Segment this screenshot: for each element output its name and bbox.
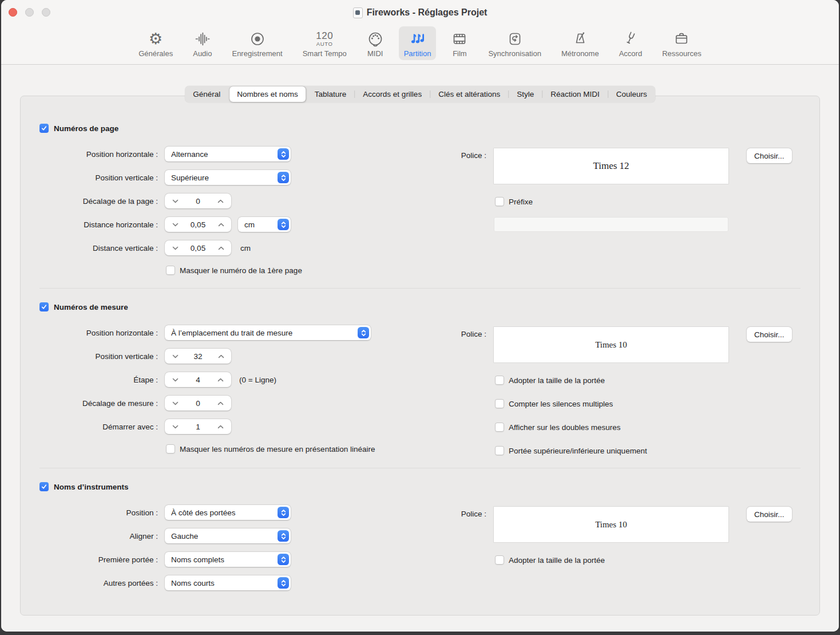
vertical-position-select[interactable]: Supérieure [165, 170, 291, 185]
briefcase-icon [673, 29, 690, 49]
toolbar-item-label: Smart Tempo [303, 50, 347, 58]
field-label: Position verticale : [39, 173, 165, 182]
decrement-chevron-icon[interactable] [171, 351, 179, 361]
project-settings-window: Fireworks - Réglages Projet ⚙GénéralesAu… [1, 0, 839, 632]
decrement-chevron-icon[interactable] [171, 243, 179, 253]
adopt-staff-size-checkbox[interactable] [495, 555, 504, 565]
decrement-chevron-icon[interactable] [171, 219, 179, 230]
horizontal-distance-stepper[interactable]: 0,05 [165, 217, 231, 232]
toolbar-item-accord[interactable]: Accord [614, 26, 647, 60]
field-label: Position verticale : [39, 352, 165, 361]
increment-chevron-icon[interactable] [217, 219, 225, 230]
start-with-stepper[interactable]: 1 [165, 419, 231, 434]
popup-chevrons-icon [278, 172, 289, 183]
tab-cles-et-alterations[interactable]: Clés et altérations [430, 86, 508, 102]
gear-icon: ⚙ [149, 29, 163, 49]
field-label: Position horizontale : [39, 150, 165, 159]
prefix-input[interactable] [494, 217, 728, 232]
popup-chevrons-icon [278, 507, 289, 518]
step-stepper[interactable]: 4 [165, 372, 231, 387]
field-label: Position horizontale : [39, 329, 165, 337]
adopt-staff-size-checkbox[interactable] [495, 376, 504, 385]
toolbar-item-partition[interactable]: Partition [399, 26, 437, 60]
toolbar-item-generales[interactable]: ⚙Générales [133, 26, 178, 60]
page-offset-stepper[interactable]: 0 [165, 194, 231, 208]
toolbar-item-synchronisation[interactable]: Synchronisation [483, 26, 546, 60]
hide-linear-checkbox[interactable] [166, 444, 175, 453]
toolbar-item-smart-tempo[interactable]: 120AUTOSmart Tempo [298, 26, 352, 60]
toolbar-item-label: MIDI [367, 50, 383, 58]
prefix-checkbox[interactable] [495, 197, 504, 206]
font-well: Times 10 [494, 327, 728, 362]
main-area: GénéralNombres et nomsTablatureAccords e… [1, 65, 839, 632]
font-label: Police : [451, 327, 494, 338]
toolbar-item-label: Métronome [561, 50, 599, 58]
hide-first-page-checkbox[interactable] [166, 266, 175, 275]
distance-unit-select[interactable]: cm [238, 217, 291, 232]
toolbar-item-label: Ressources [662, 50, 702, 58]
music-notes-icon [409, 29, 426, 49]
tab-general[interactable]: Général [185, 86, 228, 102]
section-page-numbers: Numéros de page Position horizontale : A… [21, 96, 819, 288]
tab-reaction-midi[interactable]: Réaction MIDI [542, 86, 608, 102]
section-title: Numéros de mesure [54, 303, 128, 311]
step-hint: (0 = Ligne) [239, 376, 276, 384]
section-instrument-names: Noms d’instruments Position : À côté des… [21, 468, 819, 616]
field-label: Décalage de mesure : [39, 399, 165, 408]
measure-numbers-checkbox[interactable] [39, 302, 49, 311]
popup-chevrons-icon [278, 554, 289, 565]
tab-couleurs[interactable]: Couleurs [608, 86, 655, 102]
measure-horizontal-position-select[interactable]: À l’emplacement du trait de mesure [165, 325, 371, 340]
increment-chevron-icon[interactable] [217, 243, 225, 253]
toolbar-item-metronome[interactable]: Métronome [556, 26, 604, 60]
popup-chevrons-icon [358, 327, 369, 338]
decrement-chevron-icon[interactable] [171, 421, 179, 432]
instrument-names-checkbox[interactable] [39, 482, 49, 491]
tab-tablature[interactable]: Tablature [307, 86, 355, 102]
increment-chevron-icon[interactable] [217, 421, 225, 432]
field-label: Première portée : [39, 555, 165, 564]
section-measure-numbers: Numéros de mesure Position horizontale :… [21, 289, 819, 468]
count-multi-rests-checkbox[interactable] [495, 399, 504, 408]
decrement-chevron-icon[interactable] [171, 374, 179, 385]
metronome-icon [572, 29, 589, 49]
show-double-bars-checkbox[interactable] [495, 423, 504, 432]
measure-vertical-position-stepper[interactable]: 32 [165, 349, 231, 364]
choose-font-button[interactable]: Choisir... [747, 327, 792, 342]
film-strip-icon [451, 29, 468, 49]
field-label: Aligner : [39, 532, 165, 541]
toolbar-item-label: Partition [404, 50, 431, 58]
decrement-chevron-icon[interactable] [171, 398, 179, 408]
toolbar-item-label: Générales [138, 50, 173, 58]
field-label: Distance horizontale : [39, 220, 165, 229]
tab-accords-et-grilles[interactable]: Accords et grilles [355, 86, 430, 102]
measure-offset-stepper[interactable]: 0 [165, 396, 231, 411]
instrument-position-select[interactable]: À côté des portées [165, 505, 291, 520]
increment-chevron-icon[interactable] [217, 398, 225, 408]
toolbar-item-ressources[interactable]: Ressources [657, 26, 707, 60]
increment-chevron-icon[interactable] [217, 196, 225, 206]
toolbar-item-enregistrement[interactable]: Enregistrement [227, 26, 287, 60]
toolbar-item-midi[interactable]: MIDI [362, 26, 389, 60]
sync-icon [506, 29, 524, 49]
choose-font-button[interactable]: Choisir... [747, 507, 792, 522]
choose-font-button[interactable]: Choisir... [747, 148, 792, 163]
other-staves-select[interactable]: Noms courts [165, 575, 291, 590]
toolbar-item-film[interactable]: Film [446, 26, 473, 60]
tab-style[interactable]: Style [509, 86, 542, 102]
toolbar-item-audio[interactable]: Audio [188, 26, 217, 60]
top-bottom-only-checkbox[interactable] [495, 446, 504, 455]
page-numbers-checkbox[interactable] [39, 124, 49, 133]
decrement-chevron-icon[interactable] [171, 196, 179, 206]
toolbar-item-label: Accord [619, 50, 642, 58]
settings-toolbar: ⚙GénéralesAudioEnregistrement120AUTOSmar… [1, 25, 839, 60]
tuning-fork-icon [622, 29, 639, 49]
first-staff-select[interactable]: Noms complets [165, 552, 291, 567]
increment-chevron-icon[interactable] [217, 374, 225, 385]
increment-chevron-icon[interactable] [217, 351, 225, 361]
tab-nombres-et-noms[interactable]: Nombres et noms [229, 86, 306, 102]
field-label: Étape : [39, 376, 165, 384]
vertical-distance-stepper[interactable]: 0,05 [165, 240, 231, 255]
horizontal-position-select[interactable]: Alternance [165, 147, 291, 161]
align-select[interactable]: Gauche [165, 528, 291, 543]
